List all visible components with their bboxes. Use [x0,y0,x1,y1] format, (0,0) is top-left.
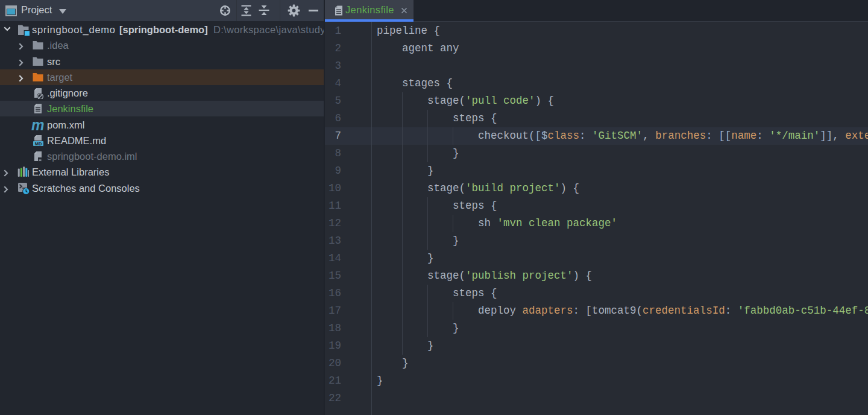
svg-text:m: m [31,118,45,131]
svg-text:MD: MD [35,141,42,146]
